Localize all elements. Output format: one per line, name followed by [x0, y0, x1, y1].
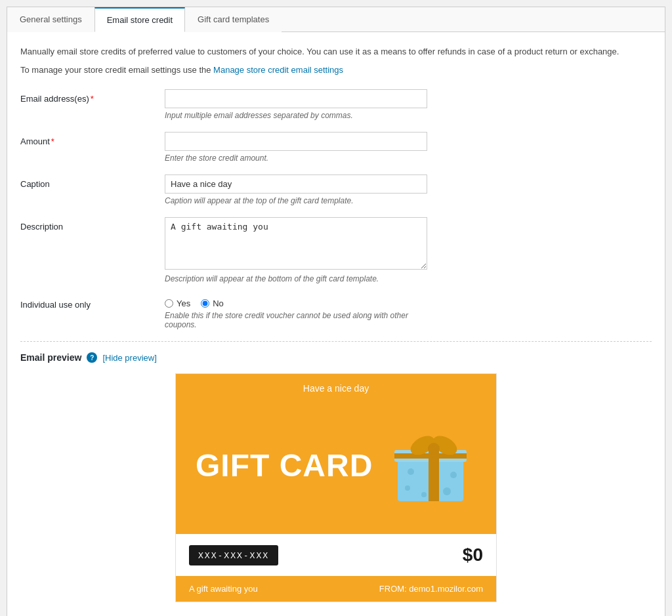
gc-title: GIFT CARD: [196, 447, 373, 483]
preview-title: Email preview: [20, 352, 81, 363]
gc-bottom-bar: XXX-XXX-XXX $0: [176, 534, 496, 576]
svg-point-11: [421, 492, 427, 497]
tab-bar: General settings Email store credit Gift…: [7, 7, 665, 32]
tab-general[interactable]: General settings: [7, 7, 94, 32]
svg-rect-3: [394, 453, 467, 459]
page-wrapper: General settings Email store credit Gift…: [7, 7, 665, 616]
svg-point-8: [450, 472, 457, 478]
email-label: Email address(es)*: [20, 89, 165, 104]
preview-section: Email preview ? [Hide preview] Have a ni…: [20, 341, 652, 602]
gc-footer-bar: A gift awaiting you FROM: demo1.mozilor.…: [176, 576, 496, 602]
preview-title-row: Email preview ? [Hide preview]: [20, 352, 652, 363]
amount-required-star: *: [51, 136, 54, 146]
svg-point-6: [428, 443, 440, 455]
amount-field-wrap: Enter the store credit amount.: [165, 132, 427, 163]
description-field-wrap: A gift awaiting you Description will app…: [165, 217, 427, 283]
caption-label: Caption: [20, 175, 165, 189]
gc-code-badge: XXX-XXX-XXX: [189, 545, 278, 565]
hide-preview-link[interactable]: [Hide preview]: [102, 353, 156, 363]
email-required-star: *: [91, 94, 94, 104]
individual-field-wrap: Yes No Enable this if the store credit v…: [165, 295, 427, 329]
radio-no[interactable]: [201, 299, 209, 308]
amount-row: Amount* Enter the store credit amount.: [20, 132, 652, 163]
description-line2: To manage your store credit email settin…: [20, 64, 652, 77]
individual-hint: Enable this if the store credit voucher …: [165, 311, 427, 329]
email-hint: Input multiple email addresses separated…: [165, 111, 427, 120]
caption-hint: Caption will appear at the top of the gi…: [165, 196, 427, 205]
radio-yes[interactable]: [165, 299, 173, 308]
description-label: Description: [20, 217, 165, 232]
tab-gift-card-templates[interactable]: Gift card templates: [185, 7, 282, 32]
manage-settings-link[interactable]: Manage store credit email settings: [213, 65, 343, 75]
gift-card-preview: Have a nice day GIFT CARD: [175, 373, 497, 602]
radio-no-label[interactable]: No: [201, 298, 224, 308]
gc-amount: $0: [463, 544, 483, 565]
svg-point-9: [405, 485, 410, 491]
individual-label: Individual use only: [20, 295, 165, 310]
caption-field-wrap: Caption will appear at the top of the gi…: [165, 175, 427, 205]
content-area: Manually email store credits of preferre…: [7, 32, 665, 616]
gc-footer-from: FROM: demo1.mozilor.com: [379, 584, 483, 594]
svg-point-10: [443, 487, 451, 495]
gc-caption-banner: Have a nice day: [176, 374, 496, 403]
amount-hint: Enter the store credit amount.: [165, 154, 427, 163]
gc-footer-description: A gift awaiting you: [189, 584, 258, 594]
amount-label: Amount*: [20, 132, 165, 146]
individual-row: Individual use only Yes No Enable this i…: [20, 295, 652, 329]
radio-group: Yes No: [165, 295, 427, 308]
tab-email-store-credit[interactable]: Email store credit: [94, 7, 185, 32]
gift-box-image: [391, 422, 476, 508]
description-textarea[interactable]: A gift awaiting you: [165, 217, 427, 270]
gc-main-area: GIFT CARD: [176, 403, 496, 534]
help-icon[interactable]: ?: [87, 352, 97, 363]
svg-point-7: [408, 468, 414, 475]
description-hint: Description will appear at the bottom of…: [165, 274, 427, 283]
radio-yes-label[interactable]: Yes: [165, 298, 190, 308]
email-field-wrap: Input multiple email addresses separated…: [165, 89, 427, 120]
email-input[interactable]: [165, 89, 427, 108]
caption-input[interactable]: [165, 175, 427, 194]
description-line1: Manually email store credits of preferre…: [20, 45, 652, 58]
amount-input[interactable]: [165, 132, 427, 151]
description-row: Description A gift awaiting you Descript…: [20, 217, 652, 283]
form-section: Email address(es)* Input multiple email …: [20, 89, 652, 329]
caption-row: Caption Caption will appear at the top o…: [20, 175, 652, 205]
gc-caption-text: Have a nice day: [189, 383, 483, 394]
email-row: Email address(es)* Input multiple email …: [20, 89, 652, 120]
